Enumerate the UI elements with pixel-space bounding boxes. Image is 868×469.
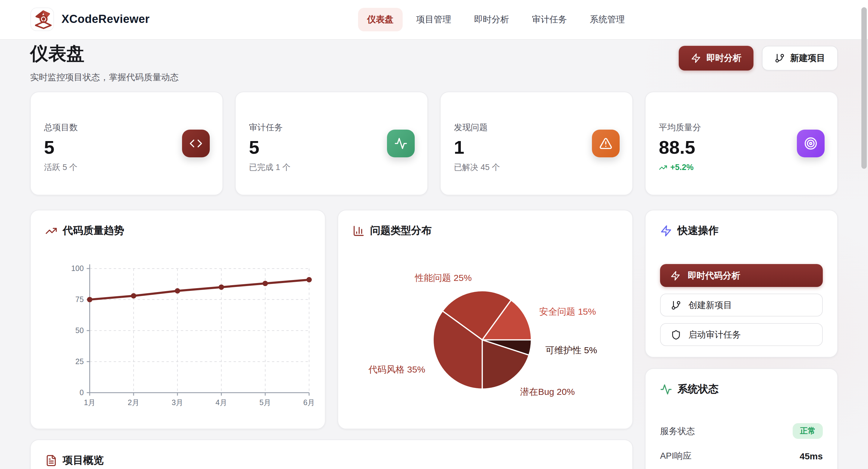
nav-item[interactable]: 仪表盘	[358, 8, 402, 31]
hero-actions: 即时分析新建项目	[679, 46, 838, 70]
svg-text:3月: 3月	[172, 398, 183, 407]
git-branch-icon	[671, 300, 681, 310]
svg-text:2月: 2月	[128, 398, 140, 407]
brand-name: XCodeReviewer	[61, 13, 150, 26]
stat-label: 审计任务	[249, 122, 414, 133]
git-branch-icon	[775, 53, 785, 63]
activity-icon	[394, 137, 407, 150]
page-title: 仪表盘	[30, 44, 84, 63]
nav-item[interactable]: 项目管理	[407, 8, 460, 31]
line-chart-point	[131, 293, 136, 299]
pie-slice-label: 代码风格 35%	[369, 364, 425, 375]
svg-text:0: 0	[80, 388, 84, 397]
quick-actions-card: 快速操作 即时代码分析创建新项目启动审计任务	[645, 210, 838, 357]
nav-item[interactable]: 即时分析	[465, 8, 518, 31]
svg-text:50: 50	[75, 326, 84, 335]
svg-text:6月: 6月	[303, 398, 315, 407]
stat-card: 总项目数5活跃 5 个	[30, 92, 223, 195]
page-subtitle: 实时监控项目状态，掌握代码质量动态	[30, 72, 179, 83]
svg-text:100: 100	[71, 264, 84, 273]
stat-label: 总项目数	[44, 122, 209, 133]
stat-card: 发现问题1已解决 45 个	[440, 92, 633, 195]
stat-sub: 活跃 5 个	[44, 162, 209, 173]
activity-icon	[660, 383, 672, 395]
instant-analysis-button[interactable]: 即时分析	[679, 46, 753, 70]
status-label: 服务状态	[660, 425, 695, 437]
quick-action-button[interactable]: 启动审计任务	[660, 323, 823, 346]
card-title-row: 系统状态	[646, 369, 837, 396]
status-rows: 服务状态正常API响应45ms	[660, 423, 823, 464]
status-label: API响应	[660, 450, 692, 462]
stat-icon-tile	[387, 130, 415, 157]
stat-card: 平均质量分88.5+5.2%	[645, 92, 838, 195]
line-chart-point	[307, 277, 312, 282]
pie-slice-label: 潜在Bug 20%	[520, 386, 575, 397]
card-title: 系统状态	[678, 382, 718, 396]
card-title-row: 项目概览	[31, 440, 632, 467]
svg-text:1月: 1月	[84, 398, 96, 407]
top-navbar: XCodeReviewer 仪表盘项目管理即时分析审计任务系统管理	[0, 0, 868, 40]
pie-slice-label: 安全问题 15%	[539, 307, 596, 317]
card-title: 项目概览	[63, 453, 104, 467]
svg-text:75: 75	[75, 295, 84, 304]
quick-action-button[interactable]: 即时代码分析	[660, 264, 823, 287]
nav-item[interactable]: 系统管理	[581, 8, 634, 31]
file-text-icon	[45, 454, 57, 466]
issue-distribution-card: 问题类型分布 性能问题 25%安全问题 15%可维护性 5%潜在Bug 20%代…	[338, 210, 633, 429]
stat-sub: +5.2%	[659, 162, 824, 173]
shield-icon	[671, 330, 681, 340]
status-badge: 正常	[793, 423, 823, 439]
quick-actions-list: 即时代码分析创建新项目启动审计任务	[660, 264, 823, 346]
app-logo-icon	[30, 7, 54, 31]
pie-slice-label: 性能问题 25%	[415, 273, 472, 284]
zap-icon	[670, 270, 681, 281]
stat-sub: 已完成 1 个	[249, 162, 414, 173]
svg-text:5月: 5月	[259, 398, 271, 407]
system-status-card: 系统状态 服务状态正常API响应45ms	[645, 368, 838, 469]
alert-triangle-icon	[599, 137, 613, 150]
stat-icon-tile	[797, 130, 825, 157]
stat-label: 平均质量分	[659, 122, 824, 133]
stat-card: 审计任务5已完成 1 个	[235, 92, 428, 195]
brand[interactable]: XCodeReviewer	[30, 7, 150, 31]
trending-up-icon	[659, 163, 667, 171]
status-value: 45ms	[800, 450, 823, 461]
line-chart-point	[175, 288, 180, 293]
svg-text:4月: 4月	[216, 398, 227, 407]
quick-action-button[interactable]: 创建新项目	[660, 293, 823, 316]
card-title: 快速操作	[678, 224, 718, 238]
card-title-row: 快速操作	[646, 210, 837, 238]
svg-text:25: 25	[75, 357, 84, 366]
stat-icon-tile	[182, 130, 210, 157]
line-chart-point	[262, 281, 268, 286]
zap-icon	[660, 224, 672, 237]
quality-trend-card: 代码质量趋势 02550751001月2月3月4月5月6月	[30, 210, 326, 429]
project-overview-card: 项目概览	[30, 439, 633, 469]
stat-label: 发现问题	[454, 122, 619, 133]
main-nav: 仪表盘项目管理即时分析审计任务系统管理	[358, 8, 634, 31]
status-row: 服务状态正常	[660, 423, 823, 439]
zap-icon	[691, 53, 701, 63]
target-icon	[804, 137, 817, 150]
status-row: API响应45ms	[660, 448, 823, 464]
pie-slice-label: 可维护性 5%	[545, 345, 597, 356]
nav-item[interactable]: 审计任务	[523, 8, 576, 31]
dashboard-screen: XCodeReviewer 仪表盘项目管理即时分析审计任务系统管理 仪表盘 实时…	[0, 0, 868, 469]
line-chart-point	[218, 285, 224, 290]
pie-chart	[338, 210, 632, 429]
new-project-button[interactable]: 新建项目	[762, 46, 838, 70]
code-icon	[189, 137, 203, 150]
line-chart: 02550751001月2月3月4月5月6月	[31, 210, 325, 429]
vertical-scrollbar-thumb[interactable]	[861, 7, 867, 169]
stat-icon-tile	[592, 130, 620, 157]
stat-sub: 已解决 45 个	[454, 162, 619, 173]
line-chart-point	[87, 297, 93, 302]
